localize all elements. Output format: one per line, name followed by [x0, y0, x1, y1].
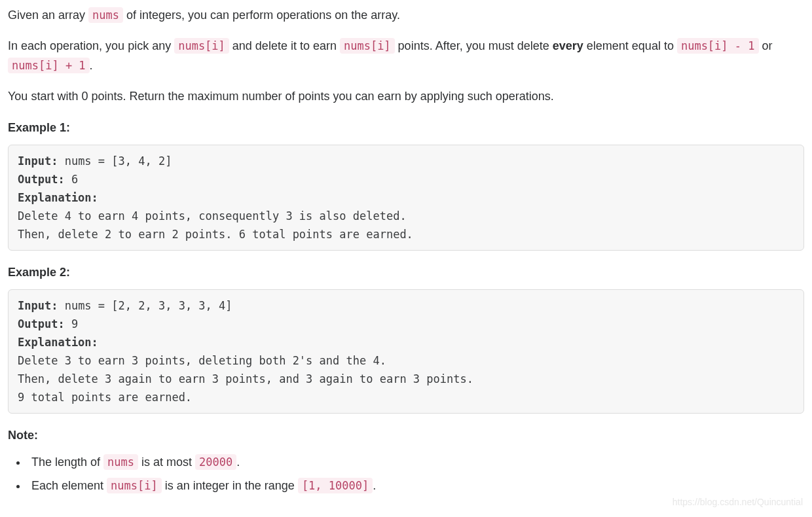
text: is an integer in the range	[162, 479, 298, 492]
code-inline: nums[i]	[174, 38, 229, 54]
example2-block: Input: nums = [2, 2, 3, 3, 3, 4] Output:…	[8, 289, 804, 414]
example2-input: nums = [2, 2, 3, 3, 3, 4]	[58, 299, 232, 312]
note-heading: Note:	[8, 425, 804, 446]
label-input: Input:	[18, 299, 58, 312]
example2-explain-line: 9 total points are earned.	[18, 391, 192, 404]
code-inline: nums[i] - 1	[677, 38, 759, 54]
code-inline: nums	[88, 7, 123, 23]
note-item: Each element nums[i] is an integer in th…	[28, 476, 804, 496]
example1-heading: Example 1:	[8, 118, 804, 138]
watermark: https://blog.csdn.net/Quincuntial	[673, 495, 803, 505]
text: .	[236, 455, 240, 469]
label-output: Output:	[18, 173, 65, 186]
example1-input: nums = [3, 4, 2]	[58, 154, 172, 168]
text: .	[90, 59, 93, 72]
text: Each element	[31, 479, 107, 492]
code-inline: nums[i]	[107, 478, 162, 493]
example1-output: 6	[65, 173, 78, 186]
label-explanation: Explanation:	[18, 336, 98, 349]
example1-explain-line: Delete 4 to earn 4 points, consequently …	[18, 209, 407, 223]
text: points. After, you must delete	[395, 39, 553, 52]
example1-block: Input: nums = [3, 4, 2] Output: 6 Explan…	[8, 145, 804, 251]
paragraph-operation: In each operation, you pick any nums[i] …	[8, 36, 804, 76]
example2-explain-line: Delete 3 to earn 3 points, deleting both…	[18, 354, 386, 367]
note-list: The length of nums is at most 20000. Eac…	[8, 452, 804, 496]
code-inline: [1, 10000]	[298, 478, 373, 493]
code-inline: nums[i]	[340, 38, 395, 54]
text: of integers, you can perform operations …	[123, 9, 400, 22]
paragraph-goal: You start with 0 points. Return the maxi…	[8, 86, 804, 107]
bold-every: every	[553, 39, 583, 52]
paragraph-intro: Given an array nums of integers, you can…	[8, 5, 804, 26]
example2-heading: Example 2:	[8, 262, 804, 283]
text: and delete it to earn	[229, 39, 340, 52]
note-item: The length of nums is at most 20000.	[28, 452, 804, 472]
code-inline: nums	[103, 454, 138, 470]
text: element equal to	[583, 39, 677, 52]
text: is at most	[138, 455, 195, 469]
text: In each operation, you pick any	[8, 39, 174, 52]
example2-explain-line: Then, delete 3 again to earn 3 points, a…	[18, 372, 473, 385]
text: The length of	[31, 455, 103, 469]
example1-explain-line: Then, delete 2 to earn 2 points. 6 total…	[18, 228, 413, 241]
code-inline: nums[i] + 1	[8, 58, 90, 73]
code-inline: 20000	[195, 454, 236, 470]
label-output: Output:	[18, 317, 65, 330]
text: .	[373, 479, 376, 492]
label-explanation: Explanation:	[18, 191, 98, 204]
text: or	[759, 39, 773, 52]
label-input: Input:	[18, 154, 58, 168]
text: Given an array	[8, 9, 88, 22]
example2-output: 9	[65, 317, 78, 330]
